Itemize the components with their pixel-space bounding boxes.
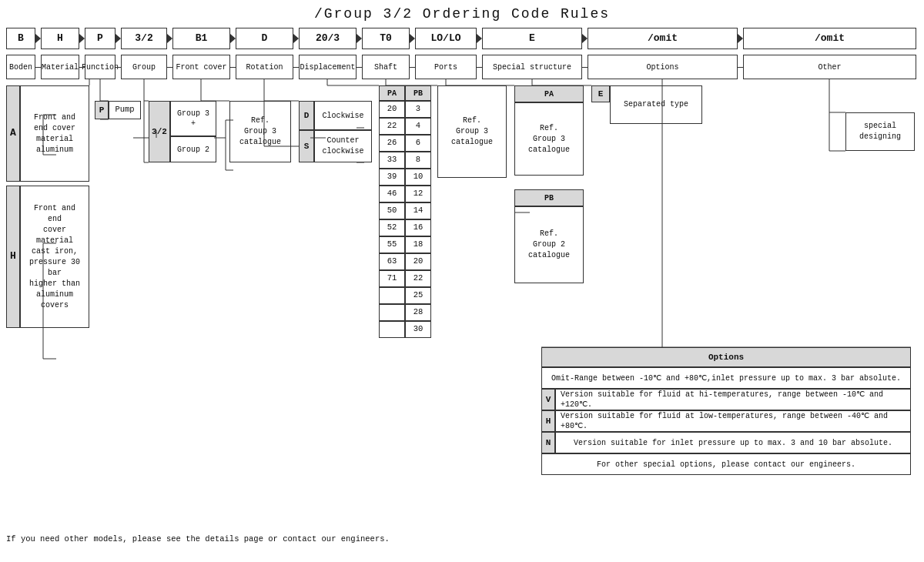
label-conn-8	[410, 67, 415, 68]
disp-46: 46	[379, 186, 405, 202]
code-b1: B1	[172, 28, 230, 49]
displacement-pa-header: PA	[379, 85, 405, 101]
label-other: Other	[743, 55, 916, 79]
code-p: P	[85, 28, 116, 49]
label-conn-7	[357, 67, 362, 68]
options-v-label: V	[541, 389, 555, 410]
ports-pa-text: Ref. Group 3 catalogue	[514, 102, 584, 176]
disp-28: 28	[405, 304, 431, 321]
code-t0: T0	[362, 28, 410, 49]
rotation-s-label: S	[299, 130, 314, 162]
label-boden: Boden	[6, 55, 35, 79]
material-a-text: Front and end cover material aluminum	[20, 85, 89, 182]
main-container: /Group 3/2 Ordering Code Rules	[0, 0, 924, 562]
code-b: B	[6, 28, 35, 49]
options-header: Options	[541, 347, 911, 367]
disp-3: 3	[405, 101, 431, 118]
disp-30: 30	[405, 321, 431, 338]
options-h-label: H	[541, 410, 555, 432]
ports-pb-header: PB	[514, 189, 584, 206]
label-material: Material	[41, 55, 79, 79]
disp-18: 18	[405, 236, 431, 253]
disp-55: 55	[379, 236, 405, 253]
options-n-label: N	[541, 432, 555, 453]
arrow-203-t0	[357, 34, 362, 43]
label-ports: Ports	[415, 55, 477, 79]
label-special-structure: Special structure	[482, 55, 582, 79]
rotation-counter: Counter clockwise	[314, 130, 372, 162]
code-omit1: /omit	[588, 28, 738, 49]
disp-20: 20	[379, 101, 405, 118]
a-label: A	[6, 85, 20, 182]
disp-16: 16	[405, 219, 431, 236]
disp-10: 10	[405, 169, 431, 186]
p-label: P	[95, 101, 109, 119]
options-v-text: Version suitable for fluid at hi-tempera…	[555, 389, 911, 410]
disp-71: 71	[379, 270, 405, 287]
label-conn-2	[79, 67, 85, 68]
shaft-ref: Ref. Group 3 catalogue	[437, 85, 507, 178]
disp-25: 25	[405, 287, 431, 304]
disp-empty3	[379, 321, 405, 338]
label-shaft: Shaft	[362, 55, 410, 79]
options-n-text: Version suitable for inlet pressure up t…	[555, 432, 911, 453]
options-footer: For other special options, please contac…	[541, 453, 911, 475]
h-label: H	[6, 186, 20, 328]
code-e: E	[482, 28, 582, 49]
special-designing: special designing	[845, 112, 915, 151]
label-conn-1	[35, 67, 41, 68]
code-lolo: LO/LO	[415, 28, 477, 49]
displacement-pb-header: PB	[405, 85, 431, 101]
rotation-d-label: D	[299, 101, 314, 130]
special-e-label: E	[591, 85, 610, 102]
disp-20b: 20	[405, 253, 431, 270]
label-conn-3	[116, 67, 121, 68]
disp-52: 52	[379, 219, 405, 236]
options-omit-text: Omit-Range between -10℃ and +80℃,inlet p…	[541, 367, 911, 389]
code-omit2: /omit	[743, 28, 916, 49]
arrow-b1-d	[230, 34, 236, 43]
disp-22: 22	[379, 118, 405, 135]
disp-4: 4	[405, 118, 431, 135]
disp-63: 63	[379, 253, 405, 270]
disp-12: 12	[405, 186, 431, 202]
arrow-p-32	[116, 34, 121, 43]
rotation-clockwise: Clockwise	[314, 101, 372, 130]
disp-50: 50	[379, 202, 405, 219]
arrow-b-h	[35, 34, 41, 43]
label-front-cover: Front cover	[172, 55, 230, 79]
group3plus-text: Group 3 +	[170, 101, 216, 136]
label-conn-4	[167, 67, 172, 68]
code-32: 3/2	[121, 28, 167, 49]
label-options: Options	[588, 55, 738, 79]
label-conn-6	[293, 67, 299, 68]
arrow-omit1-omit2	[738, 34, 743, 43]
bottom-note: If you need other models, please see the…	[6, 534, 390, 545]
disp-6: 6	[405, 135, 431, 152]
disp-39: 39	[379, 169, 405, 186]
material-h-text: Front and end cover material cast iron, …	[20, 186, 89, 328]
page-title: /Group 3/2 Ordering Code Rules	[6, 6, 918, 22]
separated-type: Separated type	[610, 85, 702, 124]
pump-text: Pump	[109, 101, 141, 119]
label-conn-11	[738, 67, 743, 68]
front-cover-ref: Ref. Group 3 catalogue	[229, 101, 291, 162]
code-203: 20/3	[299, 28, 357, 49]
disp-33: 33	[379, 152, 405, 169]
ports-pa-header: PA	[514, 85, 584, 102]
arrow-32-b1	[167, 34, 172, 43]
arrow-lolo-e	[477, 34, 482, 43]
disp-22b: 22	[405, 270, 431, 287]
label-displacement: Displacement	[299, 55, 357, 79]
options-h-text: Version suitable for fluid at low-temper…	[555, 410, 911, 432]
ports-pb-text: Ref. Group 2 catalogue	[514, 206, 584, 283]
disp-8: 8	[405, 152, 431, 169]
arrow-e-omit1	[582, 34, 588, 43]
disp-empty1	[379, 287, 405, 304]
arrow-d-203	[293, 34, 299, 43]
label-group: Group	[121, 55, 167, 79]
disp-26: 26	[379, 135, 405, 152]
arrow-h-p	[79, 34, 85, 43]
code-d: D	[236, 28, 293, 49]
label-conn-10	[582, 67, 588, 68]
